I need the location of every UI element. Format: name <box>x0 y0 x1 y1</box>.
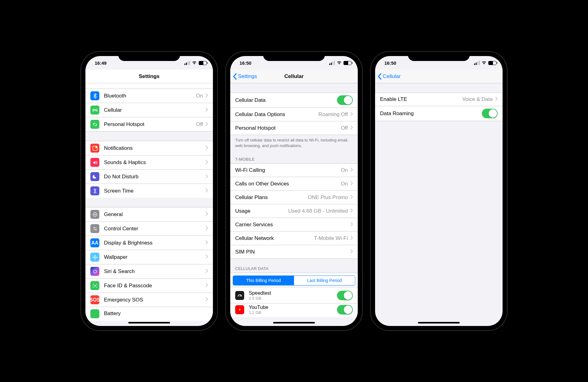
chevron-right-icon <box>205 107 208 113</box>
row-wifi-calling[interactable]: Wi-Fi Calling On <box>230 163 358 177</box>
bluetooth-icon <box>90 91 99 100</box>
cellular-options-list[interactable]: Enable LTE Voice & Data Data Roaming <box>375 83 503 326</box>
svg-point-10 <box>96 257 97 258</box>
chevron-right-icon <box>350 195 353 200</box>
speedtest-app-icon <box>235 291 244 300</box>
chevron-right-icon <box>205 297 208 303</box>
row-cellular[interactable]: Cellular <box>85 103 213 117</box>
chevron-right-icon <box>205 283 208 289</box>
phone-cellular-data-options: 16:50 Cellular Enable LTE Voice & Data D… <box>371 52 507 330</box>
notifications-icon <box>90 144 99 153</box>
chevron-right-icon <box>205 188 208 194</box>
row-cellular-data-options[interactable]: Cellular Data Options Roaming Off <box>230 108 358 121</box>
svg-point-12 <box>94 285 95 286</box>
chevron-right-icon <box>205 122 208 127</box>
svg-point-8 <box>94 258 96 259</box>
row-do-not-disturb[interactable]: Do Not Disturb <box>85 170 213 184</box>
battery-icon <box>199 61 207 65</box>
signal-icon <box>329 61 335 65</box>
wifi-icon <box>192 60 197 66</box>
nav-title: Settings <box>139 73 159 80</box>
moon-icon <box>90 172 99 181</box>
row-carrier-services[interactable]: Carrier Services <box>230 218 358 232</box>
chevron-right-icon <box>205 226 208 232</box>
chevron-right-icon <box>350 181 353 187</box>
switches-icon <box>90 224 99 233</box>
data-roaming-toggle[interactable] <box>482 109 498 118</box>
cellular-list[interactable]: Cellular Data Cellular Data Options Roam… <box>230 83 358 326</box>
row-data-roaming[interactable]: Data Roaming <box>375 106 503 121</box>
svg-point-11 <box>93 270 97 273</box>
row-sounds-haptics[interactable]: Sounds & Haptics <box>85 155 213 170</box>
status-time: 16:49 <box>95 60 106 66</box>
back-button[interactable]: Cellular <box>378 73 401 80</box>
section-header-cellular-data: CELLULAR DATA <box>230 259 358 273</box>
svg-point-3 <box>94 214 96 215</box>
row-personal-hotspot[interactable]: Personal Hotspot Off <box>230 121 358 135</box>
settings-list[interactable]: Bluetooth On Cellular Personal Hotspot O… <box>85 83 213 326</box>
row-siri-search[interactable]: Siri & Search <box>85 264 213 279</box>
cellular-data-toggle[interactable] <box>337 95 353 105</box>
battery-settings-icon <box>90 309 99 318</box>
chevron-right-icon <box>205 212 208 217</box>
app-data-toggle[interactable] <box>337 305 353 315</box>
row-display-brightness[interactable]: AA Display & Brightness <box>85 236 213 250</box>
chevron-right-icon <box>205 160 208 165</box>
row-cellular-data[interactable]: Cellular Data <box>230 93 358 108</box>
billing-period-segmented[interactable]: This Billing Period Last Billing Period <box>233 276 355 285</box>
segment-last-period[interactable]: Last Billing Period <box>294 276 355 285</box>
wifi-icon <box>337 60 342 66</box>
home-indicator[interactable] <box>128 322 170 323</box>
notch <box>118 52 180 61</box>
app-data-toggle[interactable] <box>337 291 353 300</box>
status-time: 16:50 <box>384 60 396 66</box>
chevron-right-icon <box>350 222 353 228</box>
signal-icon <box>184 61 190 65</box>
chevron-right-icon <box>205 254 208 260</box>
row-cellular-network[interactable]: Cellular Network T-Mobile Wi-Fi <box>230 232 358 245</box>
row-app-youtube[interactable]: YouTube 1.2 GB <box>230 303 358 317</box>
row-screen-time[interactable]: Screen Time <box>85 184 213 198</box>
row-face-id-passcode[interactable]: Face ID & Passcode <box>85 279 213 293</box>
row-notifications[interactable]: Notifications <box>85 141 213 155</box>
svg-point-5 <box>95 229 97 230</box>
row-emergency-sos[interactable]: SOS Emergency SOS <box>85 293 213 307</box>
notch <box>263 52 325 61</box>
row-personal-hotspot[interactable]: Personal Hotspot Off <box>85 117 213 132</box>
row-usage[interactable]: Usage Used 4.68 GB - Unlimited <box>230 204 358 218</box>
nav-title: Cellular <box>284 73 304 80</box>
wifi-icon <box>482 60 486 66</box>
chevron-right-icon <box>350 249 353 255</box>
row-cellular-plans[interactable]: Cellular Plans ONE Plus Promo <box>230 191 358 204</box>
chevron-right-icon <box>205 93 208 99</box>
row-wallpaper[interactable]: Wallpaper <box>85 250 213 264</box>
face-id-icon <box>90 281 99 290</box>
row-enable-lte[interactable]: Enable LTE Voice & Data <box>375 93 503 106</box>
cellular-data-footer: Turn off cellular data to restrict all d… <box>230 135 358 150</box>
link-icon <box>90 120 99 129</box>
sos-icon: SOS <box>90 295 99 304</box>
siri-icon <box>90 267 99 276</box>
chevron-right-icon <box>205 145 208 151</box>
home-indicator[interactable] <box>418 322 460 323</box>
row-bluetooth[interactable]: Bluetooth On <box>85 89 213 103</box>
gear-icon <box>90 210 99 219</box>
phone-cellular: 16:50 Settings Cellular Cellular Data Ce… <box>226 52 362 330</box>
signal-icon <box>474 61 480 65</box>
antenna-icon <box>90 106 99 115</box>
speaker-icon <box>90 158 99 167</box>
svg-point-7 <box>94 255 96 256</box>
row-general[interactable]: General <box>85 207 213 222</box>
row-calls-other-devices[interactable]: Calls on Other Devices On <box>230 177 358 191</box>
row-sim-pin[interactable]: SIM PIN <box>230 245 358 259</box>
home-indicator[interactable] <box>273 322 315 323</box>
navbar: Settings <box>85 70 213 83</box>
back-button[interactable]: Settings <box>233 73 257 80</box>
segment-this-period[interactable]: This Billing Period <box>233 276 294 285</box>
chevron-right-icon <box>350 167 353 173</box>
row-battery[interactable]: Battery <box>85 307 213 321</box>
battery-icon <box>344 61 352 65</box>
svg-point-6 <box>94 257 96 258</box>
row-app-speedtest[interactable]: Speedtest 2.5 GB <box>230 288 358 303</box>
row-control-center[interactable]: Control Center <box>85 222 213 236</box>
